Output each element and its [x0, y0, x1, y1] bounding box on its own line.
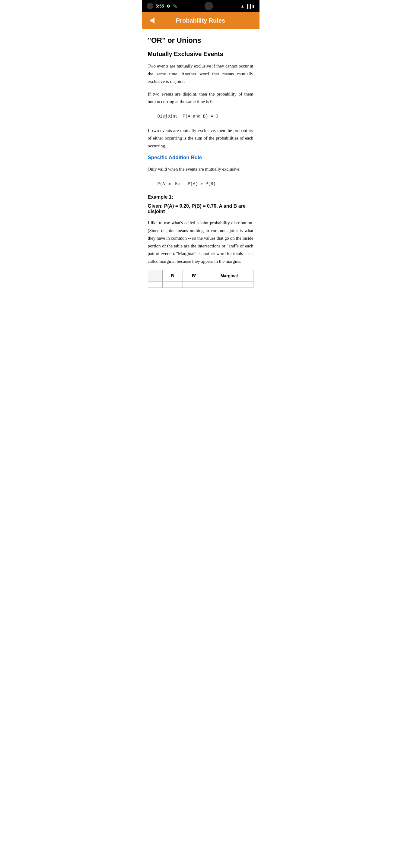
code-addition-rule: P(A or B) = P(A) + P(B): [148, 178, 254, 190]
wifi-icon: ▲: [240, 4, 245, 8]
clip-icon: 📎: [173, 4, 177, 8]
table-header-bprime: B': [183, 270, 205, 281]
example-label: Example 1:: [148, 194, 254, 200]
mutually-exclusive-heading: Mutually Exclusive Events: [148, 51, 254, 58]
center-dot-icon: [205, 2, 213, 10]
paragraph-1: Two events are mutually exclusive if the…: [148, 62, 254, 86]
table-cell: [162, 281, 183, 288]
app-bar-title: Probability Rules: [157, 17, 244, 24]
battery-icon: ▮: [252, 4, 254, 8]
status-circle-icon: [147, 3, 153, 9]
back-arrow-icon: [150, 18, 154, 24]
status-right: ▲ ▐▐ ▮: [240, 4, 254, 8]
specific-addition-rule-link[interactable]: Specific Addition Rule: [148, 155, 254, 161]
status-bar: 5:55 ⚙ 📎 ▲ ▐▐ ▮: [142, 0, 259, 12]
app-bar: Probability Rules: [142, 12, 259, 29]
valid-note: Only valid when the events are mutually …: [148, 165, 254, 173]
table-cell: [183, 281, 205, 288]
table-cell: [205, 281, 253, 288]
table-header-marginal: Marginal: [205, 270, 253, 281]
table-header-empty: [148, 270, 162, 281]
given-text: Given: P(A) = 0.20, P(B) = 0.70, A and B…: [148, 204, 254, 214]
status-time: 5:55: [156, 4, 164, 8]
status-center: [205, 2, 213, 10]
table-row: [148, 281, 253, 288]
main-heading: "OR" or Unions: [148, 36, 254, 44]
code-disjoint: Disjoint: P(A and B) = 0: [148, 111, 254, 122]
gear-icon: ⚙: [167, 4, 170, 8]
paragraph-3: If two events are mutually exclusive, th…: [148, 127, 254, 150]
table-cell: [148, 281, 162, 288]
table-header-row: B B' Marginal: [148, 270, 253, 281]
paragraph-2: If two events are disjoint, then the pro…: [148, 90, 254, 106]
back-button[interactable]: [147, 15, 157, 26]
probability-table: B B' Marginal: [148, 270, 254, 288]
explanation-paragraph: I like to use what's called a joint prob…: [148, 219, 254, 265]
content-area: "OR" or Unions Mutually Exclusive Events…: [142, 29, 259, 294]
status-left: 5:55 ⚙ 📎: [147, 3, 177, 9]
table-header-b: B: [162, 270, 183, 281]
signal-icon: ▐▐: [246, 4, 251, 8]
